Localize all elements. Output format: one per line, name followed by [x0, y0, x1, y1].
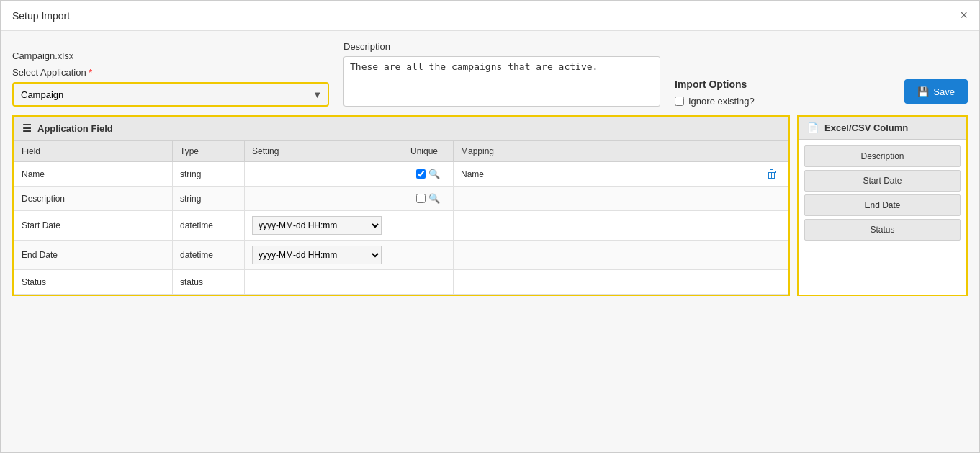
- cell-mapping: [454, 187, 788, 211]
- th-unique: Unique: [403, 141, 454, 162]
- excel-panel-title: Excel/CSV Column: [824, 122, 908, 133]
- setup-import-modal: Setup Import × Campaign.xlsx Select Appl…: [0, 0, 980, 453]
- modal-title: Setup Import: [12, 10, 70, 22]
- table-row: Start Datedatetimeyyyy-MM-dd HH:mm: [14, 211, 788, 241]
- cell-unique: 🔍: [403, 162, 454, 187]
- th-mapping: Mapping: [454, 141, 788, 162]
- top-controls: Campaign.xlsx Select Application * Campa…: [12, 41, 968, 107]
- excel-csv-panel: 📄 Excel/CSV Column DescriptionStart Date…: [797, 115, 968, 296]
- table-row: End Datedatetimeyyyy-MM-dd HH:mm: [14, 241, 788, 270]
- delete-mapping-button[interactable]: 🗑: [766, 168, 778, 181]
- app-field-panel-title: Application Field: [37, 123, 113, 134]
- th-field: Field: [14, 141, 173, 162]
- excel-column-item[interactable]: End Date: [804, 194, 961, 216]
- table-row: Descriptionstring🔍: [14, 187, 788, 211]
- th-setting: Setting: [245, 141, 403, 162]
- ignore-existing-label: Ignore existing?: [688, 96, 755, 107]
- cell-unique: [403, 270, 454, 295]
- ignore-existing-checkbox[interactable]: [675, 97, 684, 106]
- cell-unique: 🔍: [403, 187, 454, 211]
- search-icon-button[interactable]: 🔍: [428, 193, 440, 204]
- cell-setting: [245, 187, 403, 211]
- description-label: Description: [343, 41, 660, 52]
- excel-column-item[interactable]: Status: [804, 219, 961, 241]
- excel-panel-header: 📄 Excel/CSV Column: [799, 117, 966, 140]
- save-icon: 💾: [917, 86, 929, 97]
- cell-field: Name: [14, 162, 173, 187]
- table-header-row: Field Type Setting Unique Mapping: [14, 141, 788, 162]
- import-options-section: Import Options Ignore existing?: [675, 79, 755, 107]
- cell-field: End Date: [14, 241, 173, 270]
- cell-type: string: [173, 162, 245, 187]
- modal-header: Setup Import ×: [1, 1, 979, 31]
- modal-body: Campaign.xlsx Select Application * Campa…: [1, 31, 979, 452]
- cell-type: datetime: [173, 241, 245, 270]
- cell-type: status: [173, 270, 245, 295]
- hamburger-icon: ☰: [22, 122, 32, 134]
- cell-setting[interactable]: yyyy-MM-dd HH:mm: [245, 241, 403, 270]
- cell-mapping: [454, 211, 788, 241]
- app-field-panel-header: ☰ Application Field: [14, 117, 788, 140]
- save-button[interactable]: 💾 Save: [904, 79, 968, 104]
- file-name: Campaign.xlsx: [12, 50, 329, 61]
- cell-field: Start Date: [14, 211, 173, 241]
- cell-setting[interactable]: yyyy-MM-dd HH:mm: [245, 211, 403, 241]
- table-row: Namestring🔍Name🗑: [14, 162, 788, 187]
- cell-mapping: Name🗑: [454, 162, 788, 187]
- cell-unique: [403, 241, 454, 270]
- cell-mapping: [454, 270, 788, 295]
- mapping-value: Name: [461, 169, 484, 179]
- search-icon-button[interactable]: 🔍: [428, 169, 440, 179]
- cell-setting: [245, 270, 403, 295]
- select-application-label: Select Application *: [12, 67, 329, 78]
- th-type: Type: [173, 141, 245, 162]
- cell-type: string: [173, 187, 245, 211]
- setting-select[interactable]: yyyy-MM-dd HH:mm: [252, 216, 382, 235]
- cell-unique: [403, 211, 454, 241]
- ignore-existing-row: Ignore existing?: [675, 96, 755, 107]
- select-application-wrapper: Campaign ▼: [12, 82, 329, 107]
- app-field-table: Field Type Setting Unique Mapping Namest…: [14, 140, 788, 295]
- description-textarea[interactable]: These are all the campaigns that are act…: [343, 56, 660, 107]
- table-row: Statusstatus: [14, 270, 788, 295]
- excel-column-item[interactable]: Description: [804, 145, 961, 167]
- unique-checkbox[interactable]: [416, 194, 426, 203]
- cell-field: Description: [14, 187, 173, 211]
- select-application-dropdown[interactable]: Campaign: [12, 82, 329, 107]
- excel-column-item[interactable]: Start Date: [804, 170, 961, 192]
- main-content: ☰ Application Field Field Type Setting U…: [12, 115, 968, 296]
- cell-mapping: [454, 241, 788, 270]
- unique-checkbox[interactable]: [416, 169, 426, 179]
- application-field-panel: ☰ Application Field Field Type Setting U…: [12, 115, 790, 296]
- import-options-title: Import Options: [675, 79, 755, 90]
- excel-items-list: DescriptionStart DateEnd DateStatus: [799, 140, 966, 246]
- table-icon: 📄: [807, 122, 819, 133]
- close-button[interactable]: ×: [960, 8, 968, 23]
- cell-field: Status: [14, 270, 173, 295]
- setting-select[interactable]: yyyy-MM-dd HH:mm: [252, 246, 382, 264]
- cell-type: datetime: [173, 211, 245, 241]
- cell-setting: [245, 162, 403, 187]
